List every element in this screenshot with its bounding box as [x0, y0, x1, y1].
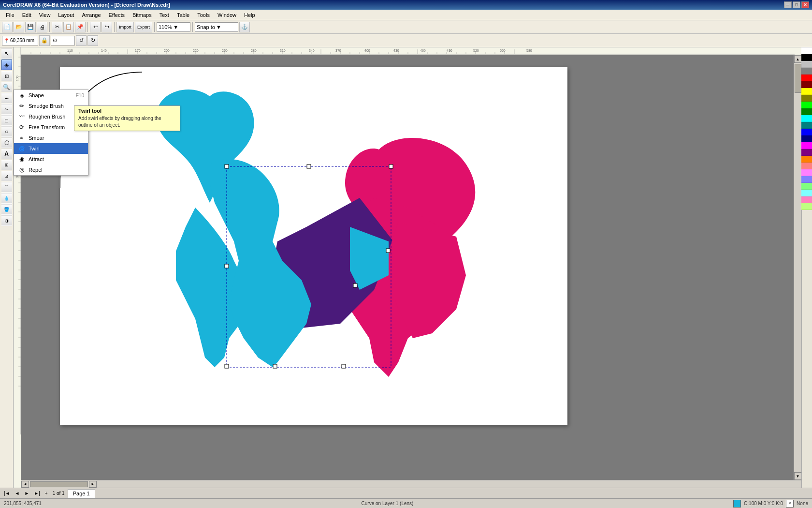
menu-attract[interactable]: ◉ Attract [14, 154, 88, 164]
print-btn[interactable]: 🖨 [37, 22, 47, 32]
palette-color-purple[interactable] [801, 149, 812, 156]
x-coord-input[interactable]: 📍 60,358 mm [2, 36, 38, 45]
palette-color-darkred[interactable] [801, 81, 812, 88]
scrollbar-horizontal[interactable]: ◄ ► [21, 480, 801, 488]
lock-ratio-btn[interactable]: 🔒 [39, 35, 50, 46]
menu-text[interactable]: Text [156, 11, 173, 19]
add-page[interactable]: + [43, 490, 50, 496]
scroll-h-left[interactable]: ◄ [21, 481, 29, 488]
tool-rectangle[interactable]: □ [1, 115, 12, 126]
nav-first[interactable]: |◄ [2, 490, 12, 496]
tool-ellipse[interactable]: ○ [1, 126, 12, 137]
tool-smartdraw[interactable]: 〜 [1, 104, 12, 115]
nav-next[interactable]: ► [22, 490, 31, 496]
menu-tools[interactable]: Tools [193, 11, 214, 19]
nav-prev[interactable]: ◄ [13, 490, 22, 496]
tool-shape[interactable]: ◈ [1, 60, 12, 70]
close-btn[interactable]: ✕ [801, 1, 809, 8]
menu-shape[interactable]: ◈ Shape F10 [14, 90, 88, 101]
menu-edit[interactable]: Edit [18, 11, 35, 19]
palette-color-cyan[interactable] [801, 115, 812, 122]
status-bar: 201,855; 435,471 Curve on Layer 1 (Lens)… [0, 498, 812, 508]
scroll-v-thumb[interactable] [795, 64, 801, 93]
palette-color-black[interactable] [801, 54, 812, 61]
size-value[interactable]: 10 [58, 38, 72, 44]
menu-file[interactable]: File [2, 11, 18, 19]
menu-twirl[interactable]: 🌀 Twirl [14, 143, 88, 154]
palette-color-chartreuse[interactable] [801, 203, 812, 210]
redo-btn[interactable]: ↪ [102, 22, 112, 32]
apply-btn[interactable]: ↻ [87, 35, 98, 46]
menu-arrange[interactable]: Arrange [78, 11, 104, 19]
menu-view[interactable]: View [35, 11, 55, 19]
palette-color-pink[interactable] [801, 163, 812, 169]
menu-table[interactable]: Table [173, 11, 193, 19]
tool-freehand[interactable]: ✒ [1, 93, 12, 104]
palette-color-lightgreen[interactable] [801, 183, 812, 190]
scrollbar-vertical[interactable]: ▲ ▼ [794, 55, 801, 480]
undo-btn[interactable]: ↩ [90, 22, 101, 32]
palette-color-yellow[interactable] [801, 88, 812, 95]
tool-fill[interactable]: 🪣 [1, 204, 12, 215]
minimize-btn[interactable]: ─ [784, 1, 792, 8]
menu-help[interactable]: Help [240, 11, 259, 19]
palette-color-orange[interactable] [801, 156, 812, 163]
tool-dimension[interactable]: ⊿ [1, 171, 12, 181]
outline-swatch[interactable]: ✕ [786, 500, 794, 508]
menu-bitmaps[interactable]: Bitmaps [129, 11, 156, 19]
new-btn[interactable]: 📄 [2, 22, 13, 32]
palette-color-magenta[interactable] [801, 142, 812, 149]
snap-dropdown[interactable]: Snap to ▼ [195, 22, 238, 32]
tool-zoom[interactable]: 🔍 [1, 82, 12, 92]
svg-rect-112 [307, 164, 311, 168]
tool-smartfill[interactable]: ◑ [1, 215, 12, 226]
maximize-btn[interactable]: □ [793, 1, 800, 8]
page-tabs: |◄ ◄ ► ►| + 1 of 1 Page 1 [0, 488, 812, 498]
tool-crop[interactable]: ⊡ [1, 71, 12, 81]
import-btn[interactable]: Import [116, 22, 134, 32]
palette-color-lightcyan[interactable] [801, 190, 812, 196]
tool-dropper[interactable]: 💧 [1, 193, 12, 204]
copy-btn[interactable]: 📋 [63, 22, 74, 32]
palette-color-navy[interactable] [801, 135, 812, 142]
palette-color-lime[interactable] [801, 102, 812, 108]
menu-smear[interactable]: ≋ Smear [14, 133, 88, 143]
size-input[interactable]: ⊙ 10 [51, 36, 75, 45]
tool-connector[interactable]: ⌒ [1, 182, 12, 193]
scroll-v-down[interactable]: ▼ [794, 472, 802, 480]
paste-btn[interactable]: 📌 [75, 22, 86, 32]
scroll-v-up[interactable]: ▲ [794, 55, 802, 63]
nav-last[interactable]: ►| [32, 490, 42, 496]
reset-btn[interactable]: ↺ [76, 35, 87, 46]
palette-color-periwinkle[interactable] [801, 176, 812, 183]
svg-text:550: 550 [500, 49, 506, 52]
zoom-dropdown[interactable]: 110% ▼ [157, 22, 190, 32]
tool-text[interactable]: A [1, 149, 12, 159]
palette-color-olive[interactable] [801, 95, 812, 102]
palette-color-blue[interactable] [801, 129, 812, 135]
menu-effects[interactable]: Effects [105, 11, 129, 19]
tool-polygon[interactable]: ⬡ [1, 137, 12, 148]
menu-repel[interactable]: ◎ Repel [14, 164, 88, 175]
export-btn[interactable]: Export [135, 22, 152, 32]
snap-btn[interactable]: ⚓ [239, 22, 250, 32]
scroll-h-right[interactable]: ► [89, 481, 97, 488]
tool-select[interactable]: ↖ [1, 48, 12, 59]
cut-btn[interactable]: ✂ [52, 22, 62, 32]
page-tab-1[interactable]: Page 1 [68, 489, 95, 498]
scroll-h-thumb[interactable] [30, 481, 88, 487]
palette-color-teal[interactable] [801, 122, 812, 129]
palette-color-hotpink[interactable] [801, 196, 812, 203]
palette-color-green[interactable] [801, 108, 812, 115]
palette-color-white[interactable] [801, 47, 812, 54]
open-btn[interactable]: 📂 [14, 22, 24, 32]
menu-layout[interactable]: Layout [54, 11, 78, 19]
palette-color-gray2[interactable] [801, 68, 812, 75]
menu-window[interactable]: Window [214, 11, 240, 19]
tool-table[interactable]: ⊞ [1, 160, 12, 170]
palette-color-violet[interactable] [801, 169, 812, 176]
fill-swatch[interactable] [733, 500, 741, 508]
palette-color-gray1[interactable] [801, 61, 812, 68]
palette-color-red[interactable] [801, 75, 812, 81]
save-btn[interactable]: 💾 [25, 22, 36, 32]
